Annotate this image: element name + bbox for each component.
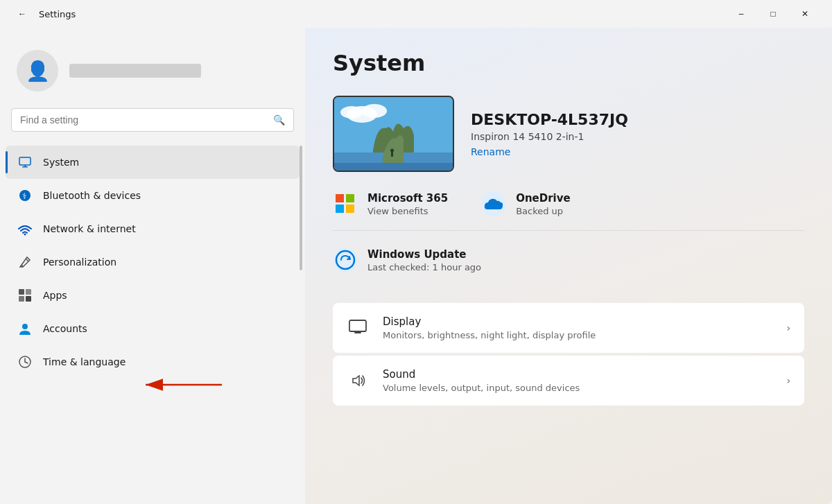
svg-rect-10 (26, 296, 31, 302)
page-title: System (333, 50, 804, 76)
accounts-icon (17, 320, 33, 337)
microsoft365-title: Microsoft 365 (367, 192, 448, 205)
pc-name: DESKTOP-4L537JQ (471, 111, 628, 128)
ms-green-square (346, 194, 354, 202)
rename-link[interactable]: Rename (471, 146, 628, 157)
sidebar-item-bluetooth[interactable]: ⚕ Bluetooth & devices (6, 179, 300, 212)
close-button[interactable]: ✕ (789, 3, 821, 25)
bluetooth-icon: ⚕ (17, 187, 33, 204)
sidebar-scrollbar (300, 146, 302, 270)
sidebar-item-accounts-label: Accounts (43, 323, 87, 334)
back-button[interactable]: ← (11, 3, 33, 25)
sound-chevron-icon: › (786, 375, 790, 386)
svg-point-17 (362, 104, 387, 118)
onedrive-subtitle: Backed up (516, 206, 571, 216)
nav-list: System ⚕ Bluetooth & devices (0, 146, 305, 493)
maximize-button[interactable]: □ (757, 3, 789, 25)
windows-update-row[interactable]: Windows Update Last checked: 1 hour ago (333, 247, 804, 286)
titlebar-title: Settings (39, 9, 76, 19)
svg-rect-0 (19, 157, 31, 165)
svg-point-23 (336, 251, 354, 269)
system-icon (17, 154, 33, 171)
onedrive-icon (481, 191, 506, 216)
user-section: 👤 (0, 39, 305, 108)
ms-yellow-square (346, 205, 354, 213)
app-body: 👤 🔍 (0, 28, 832, 504)
svg-point-11 (22, 324, 28, 329)
sidebar-item-apps[interactable]: Apps (6, 279, 300, 312)
display-icon (347, 315, 372, 340)
ms-blue-square (336, 205, 344, 213)
pc-info-card: DESKTOP-4L537JQ Inspiron 14 5410 2-in-1 … (333, 96, 804, 172)
onedrive-text: OneDrive Backed up (516, 192, 571, 216)
search-container: 🔍 (0, 108, 305, 146)
sidebar-item-accounts[interactable]: Accounts (6, 312, 300, 345)
microsoft365-subtitle: View benefits (367, 206, 448, 216)
sidebar-item-personalization[interactable]: Personalization (6, 245, 300, 279)
sidebar-item-system-label: System (43, 157, 79, 168)
sound-card-subtitle: Volume levels, output, input, sound devi… (383, 383, 775, 393)
svg-point-18 (340, 106, 363, 119)
sidebar-item-apps-label: Apps (43, 290, 67, 301)
onedrive-title: OneDrive (516, 192, 571, 205)
time-icon (17, 354, 33, 370)
svg-point-5 (24, 234, 26, 236)
svg-rect-8 (26, 289, 31, 295)
windows-update-text: Windows Update Last checked: 1 hour ago (367, 248, 481, 272)
sound-icon (347, 368, 372, 393)
sound-card-text: Sound Volume levels, output, input, soun… (383, 368, 775, 393)
onedrive-item[interactable]: OneDrive Backed up (481, 191, 571, 216)
main-content: System (305, 28, 832, 504)
personalization-icon (17, 254, 33, 270)
microsoft365-icon (333, 191, 358, 216)
avatar: 👤 (17, 50, 58, 92)
sidebar: 👤 🔍 (0, 28, 305, 504)
titlebar-left: ← Settings (11, 3, 76, 25)
svg-rect-20 (334, 163, 454, 172)
pc-thumbnail (333, 96, 454, 172)
sound-card[interactable]: Sound Volume levels, output, input, soun… (333, 356, 804, 406)
settings-window: ← Settings – □ ✕ 👤 🔍 (0, 0, 832, 504)
sidebar-item-personalization-label: Personalization (43, 257, 116, 268)
sidebar-item-time[interactable]: Time & language (6, 345, 300, 379)
pc-model: Inspiron 14 5410 2-in-1 (471, 131, 628, 142)
svg-point-22 (390, 149, 394, 153)
person-icon: 👤 (26, 60, 50, 82)
pc-details: DESKTOP-4L537JQ Inspiron 14 5410 2-in-1 … (471, 111, 628, 157)
display-card-subtitle: Monitors, brightness, night light, displ… (383, 330, 775, 340)
windows-update-title: Windows Update (367, 248, 481, 261)
windows-update-icon (333, 247, 358, 272)
network-icon (17, 220, 33, 237)
titlebar: ← Settings – □ ✕ (0, 0, 832, 28)
sidebar-item-network-label: Network & internet (43, 223, 136, 234)
ms-red-square (336, 194, 344, 202)
services-row: Microsoft 365 View benefits OneDrive Bac… (333, 191, 804, 231)
svg-rect-24 (349, 320, 366, 331)
search-box[interactable]: 🔍 (11, 108, 294, 132)
sidebar-item-network[interactable]: Network & internet (6, 212, 300, 245)
display-chevron-icon: › (786, 322, 790, 333)
search-icon[interactable]: 🔍 (273, 114, 285, 125)
apps-icon (17, 287, 33, 304)
titlebar-controls: – □ ✕ (725, 3, 821, 25)
display-card-text: Display Monitors, brightness, night ligh… (383, 315, 775, 340)
sidebar-item-bluetooth-label: Bluetooth & devices (43, 190, 141, 201)
sidebar-item-system[interactable]: System (6, 146, 300, 179)
svg-rect-7 (19, 289, 24, 295)
svg-rect-9 (19, 296, 24, 302)
minimize-button[interactable]: – (725, 3, 757, 25)
windows-update-subtitle: Last checked: 1 hour ago (367, 262, 481, 272)
sidebar-item-time-label: Time & language (43, 356, 125, 367)
microsoft365-item[interactable]: Microsoft 365 View benefits (333, 191, 448, 216)
sound-card-title: Sound (383, 368, 775, 381)
display-card-title: Display (383, 315, 775, 328)
svg-rect-1 (22, 166, 28, 168)
svg-line-6 (26, 259, 28, 261)
svg-line-14 (25, 362, 28, 363)
microsoft365-text: Microsoft 365 View benefits (367, 192, 448, 216)
username-bar (69, 64, 201, 78)
search-input[interactable] (20, 114, 268, 125)
display-card[interactable]: Display Monitors, brightness, night ligh… (333, 303, 804, 353)
svg-text:⚕: ⚕ (22, 191, 27, 201)
